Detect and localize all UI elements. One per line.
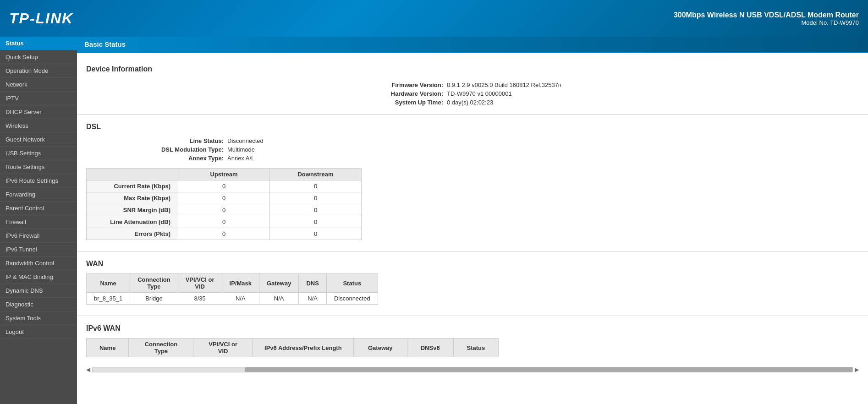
wan-col-gateway: Gateway bbox=[259, 274, 298, 293]
dsl-current-rate-downstream: 0 bbox=[270, 180, 362, 192]
dsl-modulation-row: DSL Modulation Type: Multimode bbox=[86, 145, 859, 154]
ipv6-wan-heading: IPv6 WAN bbox=[77, 320, 868, 336]
separator-2 bbox=[77, 251, 868, 251]
content-area: Basic Status Device Information Firmware… bbox=[77, 37, 868, 404]
wan-col-ip-mask: IP/Mask bbox=[222, 274, 259, 293]
scroll-track[interactable] bbox=[92, 367, 853, 372]
table-row: Current Rate (Kbps) 0 0 bbox=[87, 180, 362, 192]
separator-1 bbox=[77, 114, 868, 115]
main-layout: Status Quick Setup Operation Mode Networ… bbox=[0, 37, 868, 404]
wan-gateway: N/A bbox=[259, 293, 298, 305]
hardware-label: Hardware Version: bbox=[352, 90, 443, 97]
table-row: Line Attenuation (dB) 0 0 bbox=[87, 216, 362, 228]
logo: TP-LINK bbox=[9, 10, 73, 27]
sidebar-item-dynamic-dns[interactable]: Dynamic DNS bbox=[0, 284, 77, 298]
line-status-row: Line Status: Disconnected bbox=[86, 136, 859, 145]
sidebar-item-dhcp-server[interactable]: DHCP Server bbox=[0, 105, 77, 119]
sidebar-item-forwarding[interactable]: Forwarding bbox=[0, 188, 77, 202]
ipv6-col-address: IPv6 Address/Prefix Length bbox=[253, 338, 353, 357]
sidebar-item-route-settings[interactable]: Route Settings bbox=[0, 160, 77, 174]
wan-name: br_8_35_1 bbox=[87, 293, 130, 305]
wan-table-container: Name ConnectionType VPI/VCI orVID IP/Mas… bbox=[77, 272, 868, 312]
firmware-value: 0.9.1 2.9 v0025.0 Build 160812 Rel.32537… bbox=[447, 82, 593, 88]
wan-ip-mask: N/A bbox=[222, 293, 259, 305]
ipv6-col-dnsv6: DNSv6 bbox=[407, 338, 453, 357]
annex-type-label: Annex Type: bbox=[86, 155, 224, 162]
sidebar-item-system-tools[interactable]: System Tools bbox=[0, 311, 77, 325]
sidebar-item-operation-mode[interactable]: Operation Mode bbox=[0, 64, 77, 78]
sidebar-item-ip-mac-binding[interactable]: IP & MAC Binding bbox=[0, 270, 77, 284]
scroll-right-arrow[interactable]: ▶ bbox=[855, 366, 859, 373]
table-row: SNR Margin (dB) 0 0 bbox=[87, 204, 362, 216]
dsl-max-rate-downstream: 0 bbox=[270, 192, 362, 204]
ipv6-col-vpi-vci: VPI/VCI orVID bbox=[193, 338, 253, 357]
dsl-col-downstream: Downstream bbox=[270, 169, 362, 180]
sidebar-item-logout[interactable]: Logout bbox=[0, 325, 77, 339]
dsl-heading: DSL bbox=[77, 118, 868, 135]
dsl-modulation-value: Multimode bbox=[227, 146, 255, 153]
separator-3 bbox=[77, 316, 868, 316]
scroll-thumb bbox=[245, 367, 852, 372]
dsl-snr-label: SNR Margin (dB) bbox=[87, 204, 178, 216]
dsl-line-attn-upstream: 0 bbox=[178, 216, 270, 228]
sidebar-item-firewall[interactable]: Firewall bbox=[0, 215, 77, 229]
dsl-snr-downstream: 0 bbox=[270, 204, 362, 216]
uptime-row: System Up Time: 0 day(s) 02:02:23 bbox=[86, 98, 859, 107]
wan-connection-type: Bridge bbox=[130, 293, 178, 305]
scroll-left-arrow[interactable]: ◀ bbox=[86, 366, 90, 373]
scroll-hint: ◀ ▶ bbox=[77, 365, 868, 375]
uptime-value: 0 day(s) 02:02:23 bbox=[447, 99, 593, 106]
sidebar-item-network[interactable]: Network bbox=[0, 78, 77, 92]
sidebar-item-bandwidth-control[interactable]: Bandwidth Control bbox=[0, 257, 77, 270]
dsl-info-section: Line Status: Disconnected DSL Modulation… bbox=[77, 135, 868, 166]
sidebar-item-iptv[interactable]: IPTV bbox=[0, 92, 77, 105]
sidebar-item-ipv6-route-settings[interactable]: IPv6 Route Settings bbox=[0, 174, 77, 188]
wan-dns: N/A bbox=[299, 293, 326, 305]
title-underline bbox=[77, 52, 868, 53]
firmware-row: Firmware Version: 0.9.1 2.9 v0025.0 Buil… bbox=[86, 81, 859, 89]
sidebar-item-status[interactable]: Status bbox=[0, 37, 77, 50]
sidebar-item-parent-control[interactable]: Parent Control bbox=[0, 202, 77, 215]
table-row: Max Rate (Kbps) 0 0 bbox=[87, 192, 362, 204]
ipv6-col-gateway: Gateway bbox=[353, 338, 407, 357]
sidebar-item-ipv6-firewall[interactable]: IPv6 Firewall bbox=[0, 229, 77, 243]
dsl-table-container: Upstream Downstream Current Rate (Kbps) … bbox=[77, 166, 868, 247]
uptime-label: System Up Time: bbox=[352, 99, 443, 106]
ipv6-col-name: Name bbox=[87, 338, 129, 357]
line-status-value: Disconnected bbox=[227, 137, 264, 144]
dsl-table: Upstream Downstream Current Rate (Kbps) … bbox=[86, 168, 362, 240]
wan-col-name: Name bbox=[87, 274, 130, 293]
dsl-max-rate-upstream: 0 bbox=[178, 192, 270, 204]
dsl-col-upstream: Upstream bbox=[178, 169, 270, 180]
annex-type-value: Annex A/L bbox=[227, 155, 254, 162]
table-row: br_8_35_1 Bridge 8/35 N/A N/A N/A Discon… bbox=[87, 293, 378, 305]
model-number: Model No. TD-W9970 bbox=[674, 19, 859, 26]
sidebar-item-guest-network[interactable]: Guest Network bbox=[0, 133, 77, 147]
dsl-max-rate-label: Max Rate (Kbps) bbox=[87, 192, 178, 204]
wan-heading: WAN bbox=[77, 255, 868, 272]
dsl-modulation-label: DSL Modulation Type: bbox=[86, 146, 224, 153]
dsl-line-attn-downstream: 0 bbox=[270, 216, 362, 228]
dsl-snr-upstream: 0 bbox=[178, 204, 270, 216]
sidebar-item-ipv6-tunnel[interactable]: IPv6 Tunnel bbox=[0, 243, 77, 257]
product-name: 300Mbps Wireless N USB VDSL/ADSL Modem R… bbox=[674, 11, 859, 19]
page-title: Basic Status bbox=[77, 37, 868, 52]
wan-col-dns: DNS bbox=[299, 274, 326, 293]
sidebar-item-quick-setup[interactable]: Quick Setup bbox=[0, 50, 77, 64]
dsl-errors-upstream: 0 bbox=[178, 228, 270, 240]
sidebar-item-usb-settings[interactable]: USB Settings bbox=[0, 147, 77, 160]
dsl-errors-label: Errors (Pkts) bbox=[87, 228, 178, 240]
wan-table: Name ConnectionType VPI/VCI orVID IP/Mas… bbox=[86, 273, 378, 305]
ipv6-col-connection-type: ConnectionType bbox=[129, 338, 193, 357]
sidebar-item-diagnostic[interactable]: Diagnostic bbox=[0, 298, 77, 311]
device-information-heading: Device Information bbox=[77, 60, 868, 77]
sidebar-item-wireless[interactable]: Wireless bbox=[0, 119, 77, 133]
firmware-label: Firmware Version: bbox=[352, 82, 443, 88]
dsl-current-rate-upstream: 0 bbox=[178, 180, 270, 192]
wan-status: Disconnected bbox=[326, 293, 378, 305]
annex-type-row: Annex Type: Annex A/L bbox=[86, 154, 859, 163]
ipv6-wan-table-container: Name ConnectionType VPI/VCI orVID IPv6 A… bbox=[77, 336, 868, 365]
hardware-value: TD-W9970 v1 00000001 bbox=[447, 90, 593, 97]
wan-col-status: Status bbox=[326, 274, 378, 293]
hardware-row: Hardware Version: TD-W9970 v1 00000001 bbox=[86, 89, 859, 98]
